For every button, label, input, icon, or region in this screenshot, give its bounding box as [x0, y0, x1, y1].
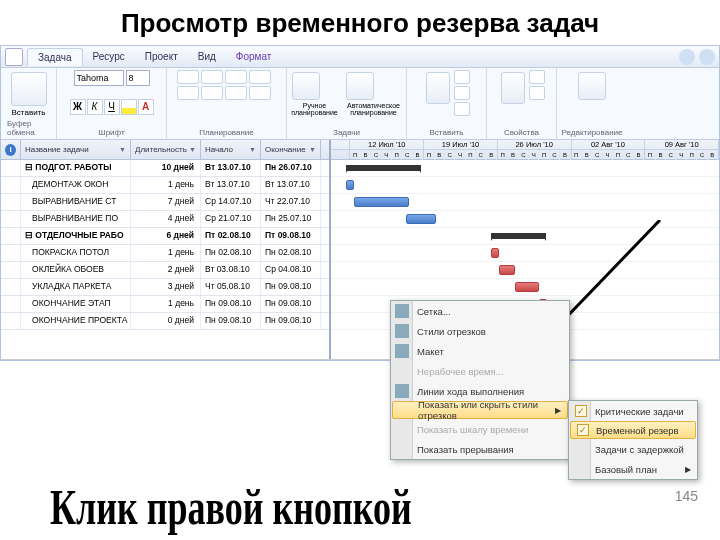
table-row[interactable]: ДЕМОНТАЖ ОКОН 1 день Вт 13.07.10 Вт 13.0… [1, 177, 329, 194]
font-size-select[interactable] [126, 70, 150, 86]
sched-btn[interactable] [225, 70, 247, 84]
sched-btn[interactable] [249, 70, 271, 84]
gantt-bar[interactable] [346, 180, 354, 190]
tab-view[interactable]: Вид [188, 48, 226, 65]
menu-item[interactable]: Сетка... [391, 301, 569, 321]
menu-item: Нерабочее время... [391, 361, 569, 381]
info-button[interactable] [501, 72, 525, 104]
submenu-item[interactable]: ✓Критические задачи [569, 401, 697, 421]
table-row[interactable]: ⊟ ПОДГОТ. РАБОТЫ 10 дней Вт 13.07.10 Пн … [1, 160, 329, 177]
minimize-ribbon-icon[interactable] [699, 49, 715, 65]
gantt-row[interactable] [331, 245, 719, 262]
schedule-group-label: Планирование [199, 128, 254, 137]
insert-btn[interactable] [454, 102, 470, 116]
gantt-bar[interactable] [491, 248, 499, 258]
ribbon-tabs: Задача Ресурс Проект Вид Формат [1, 46, 719, 68]
submenu-item[interactable]: Базовый план▶ [569, 459, 697, 479]
gantt-row[interactable] [331, 194, 719, 211]
font-group-label: Шрифт [98, 128, 124, 137]
gantt-row[interactable] [331, 228, 719, 245]
menu-item[interactable]: Макет [391, 341, 569, 361]
gantt-bar[interactable] [346, 165, 421, 171]
auto-schedule-button[interactable] [346, 72, 374, 100]
gantt-row[interactable] [331, 262, 719, 279]
sched-btn[interactable] [225, 86, 247, 100]
submenu: ✓Критические задачи✓Временной резервЗада… [568, 400, 698, 480]
bgcolor-button[interactable] [121, 99, 137, 115]
info-icon: i [5, 144, 16, 156]
table-row[interactable]: ВЫРАВНИВАНИЕ ПО 4 дней Ср 21.07.10 Пн 25… [1, 211, 329, 228]
menu-item[interactable]: Показать или скрыть стили отрезков▶ [392, 401, 568, 419]
menu-item-icon [395, 324, 409, 338]
table-row[interactable]: УКЛАДКА ПАРКЕТА 3 дней Чт 05.08.10 Пн 09… [1, 279, 329, 296]
menu-item-icon [395, 344, 409, 358]
context-menu: Сетка...Стили отрезковМакетНерабочее вре… [390, 300, 570, 460]
manual-label: Ручное планирование [290, 102, 340, 116]
bold-button[interactable]: Ж [70, 99, 86, 115]
check-icon: ✓ [575, 405, 587, 417]
tab-project[interactable]: Проект [135, 48, 188, 65]
clipboard-group-label: Буфер обмена [7, 119, 50, 137]
sched-btn[interactable] [249, 86, 271, 100]
properties-group-label: Свойства [504, 128, 539, 137]
sched-btn[interactable] [201, 70, 223, 84]
gantt-bar[interactable] [515, 282, 539, 292]
gantt-bar[interactable] [499, 265, 515, 275]
table-row[interactable]: ⊟ ОТДЕЛОЧНЫЕ РАБО 6 дней Пт 02.08.10 Пт … [1, 228, 329, 245]
menu-item: Показать шкалу времени [391, 419, 569, 439]
gantt-timescale: 12 Июл '10ПВСЧПСВ19 Июл '10ПВСЧПСВ26 Июл… [331, 140, 719, 160]
prop-btn[interactable] [529, 86, 545, 100]
menu-item-icon [395, 384, 409, 398]
paste-label: Вставить [12, 108, 46, 117]
menu-item[interactable]: Линии хода выполнения [391, 381, 569, 401]
col-start[interactable]: Начало▼ [201, 140, 261, 159]
table-row[interactable]: ВЫРАВНИВАНИЕ СТ 7 дней Ср 14.07.10 Чт 22… [1, 194, 329, 211]
table-row[interactable]: ОКОНЧАНИЕ ПРОЕКТА 0 дней Пн 09.08.10 Пн … [1, 313, 329, 330]
fontcolor-button[interactable]: A [138, 99, 154, 115]
task-button[interactable] [426, 72, 450, 104]
prop-btn[interactable] [529, 70, 545, 84]
submenu-item[interactable]: ✓Временной резерв [570, 421, 696, 439]
sched-btn[interactable] [177, 70, 199, 84]
gantt-bar[interactable] [354, 197, 409, 207]
tab-resource[interactable]: Ресурс [83, 48, 135, 65]
tab-task[interactable]: Задача [27, 48, 83, 66]
gantt-row[interactable] [331, 279, 719, 296]
underline-button[interactable]: Ч [104, 99, 120, 115]
col-info[interactable]: i [1, 140, 21, 159]
gantt-row[interactable] [331, 160, 719, 177]
table-row[interactable]: ОКЛЕЙКА ОБОЕВ 2 дней Вт 03.08.10 Ср 04.0… [1, 262, 329, 279]
gantt-bar[interactable] [406, 214, 436, 224]
col-name[interactable]: Название задачи▼ [21, 140, 131, 159]
insert-btn[interactable] [454, 70, 470, 84]
font-name-select[interactable] [74, 70, 124, 86]
manual-schedule-button[interactable] [292, 72, 320, 100]
gantt-bar[interactable] [491, 233, 546, 239]
tab-format[interactable]: Формат [226, 48, 282, 65]
col-finish[interactable]: Окончание▼ [261, 140, 321, 159]
gantt-row[interactable] [331, 177, 719, 194]
tasks-group-label: Задачи [333, 128, 360, 137]
file-tab[interactable] [5, 48, 23, 66]
insert-btn[interactable] [454, 86, 470, 100]
table-row[interactable]: ОКОНЧАНИЕ ЭТАП 1 день Пн 09.08.10 Пн 09.… [1, 296, 329, 313]
menu-item[interactable]: Показать прерывания [391, 439, 569, 459]
italic-button[interactable]: К [87, 99, 103, 115]
paste-button[interactable] [11, 72, 47, 106]
task-table: i Название задачи▼ Длительность▼ Начало▼… [1, 140, 331, 359]
sched-btn[interactable] [177, 86, 199, 100]
submenu-item[interactable]: Задачи с задержкой [569, 439, 697, 459]
content-area: i Название задачи▼ Длительность▼ Начало▼… [1, 140, 719, 360]
ms-project-window: Задача Ресурс Проект Вид Формат Вставить… [0, 45, 720, 361]
slide-caption: Клик правой кнопкой [50, 478, 412, 537]
menu-item-icon [395, 304, 409, 318]
sched-btn[interactable] [201, 86, 223, 100]
table-row[interactable]: ПОКРАСКА ПОТОЛ 1 день Пн 02.08.10 Пн 02.… [1, 245, 329, 262]
editing-group-label: Редактирование [562, 128, 623, 137]
edit-button[interactable] [578, 72, 606, 100]
menu-item[interactable]: Стили отрезков [391, 321, 569, 341]
ribbon: Вставить Буфер обмена Ж К Ч A Шрифт План… [1, 68, 719, 140]
help-icon[interactable] [679, 49, 695, 65]
col-duration[interactable]: Длительность▼ [131, 140, 201, 159]
gantt-row[interactable] [331, 211, 719, 228]
